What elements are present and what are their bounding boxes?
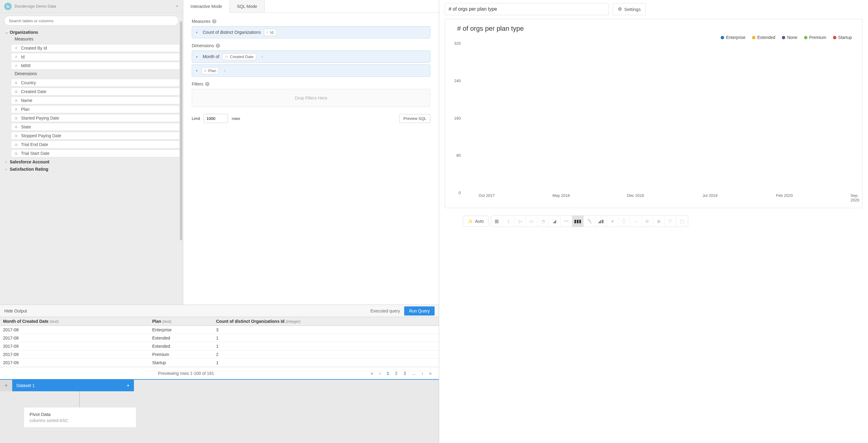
- field-created-by-id[interactable]: #Created By Id: [11, 44, 180, 52]
- pager-button[interactable]: ›: [419, 370, 426, 377]
- legend-swatch: [782, 36, 785, 39]
- pivot-subtitle: columns sorted ASC: [30, 418, 130, 423]
- field-chip[interactable]: #Id: [264, 29, 276, 36]
- field-stopped-paying-date[interactable]: ◷Stopped Paying Date: [11, 132, 180, 140]
- table-salesforce-account[interactable]: ›Salesforce Account: [4, 158, 180, 165]
- mode-tabs: Interactive Mode SQL Mode: [183, 0, 439, 13]
- col-header[interactable]: Count of distinct Organizations Id (inte…: [213, 317, 439, 326]
- y-axis: 320240160800: [448, 41, 463, 202]
- pill-menu-icon[interactable]: ▾: [193, 31, 200, 34]
- type-icon: ◷: [14, 90, 19, 94]
- field-id[interactable]: #Id: [11, 53, 180, 61]
- viz-filter-icon[interactable]: ▽: [665, 216, 676, 227]
- viz-combo-icon[interactable]: ◢▮: [595, 216, 607, 227]
- datasource-select[interactable]: fp Dundersign Demo Data ▼: [0, 0, 183, 13]
- chart-card: # of orgs per plan type EnterpriseExtend…: [445, 19, 863, 208]
- type-icon: ◷: [14, 143, 19, 147]
- viz-single-value-icon[interactable]: 1: [503, 216, 514, 227]
- viz-globe-icon[interactable]: ⊕: [642, 216, 653, 227]
- field-state[interactable]: AState: [11, 123, 180, 131]
- settings-button[interactable]: ⚙ Settings: [613, 3, 646, 15]
- query-pill[interactable]: ▾Month of◷Created Date↑: [192, 51, 430, 63]
- col-header[interactable]: Plan (text): [149, 317, 213, 326]
- pager-button[interactable]: »: [426, 370, 435, 377]
- hide-output-link[interactable]: Hide Output: [4, 309, 27, 313]
- table-row[interactable]: 2017-09Extended1: [0, 342, 439, 350]
- wand-icon: ✨: [467, 219, 473, 224]
- help-icon[interactable]: ?: [205, 82, 209, 86]
- type-icon: A: [14, 99, 19, 102]
- tab-sql[interactable]: SQL Mode: [230, 0, 265, 12]
- viz-table-icon[interactable]: ▦: [491, 216, 503, 227]
- pager-button[interactable]: «: [368, 370, 376, 377]
- pivot-title: Pivot Data: [30, 412, 130, 417]
- table-row[interactable]: 2017-08Enterprise3: [0, 326, 439, 334]
- viz-bubble-icon[interactable]: ○: [630, 216, 642, 227]
- viz-progress-icon[interactable]: ▭: [526, 216, 537, 227]
- table-row[interactable]: 2017-09Startup1: [0, 359, 439, 367]
- help-icon[interactable]: ?: [216, 43, 220, 48]
- sidebar-scrollbar[interactable]: [180, 21, 182, 240]
- viz-bar-icon[interactable]: ▮▮▮: [572, 216, 584, 227]
- viz-card-icon[interactable]: ▢: [676, 216, 688, 227]
- type-icon: ◷: [14, 152, 19, 156]
- filters-dropzone[interactable]: Drop Filters Here: [192, 89, 430, 107]
- viz-funnel-icon[interactable]: ▼: [607, 216, 618, 227]
- viz-pie-icon[interactable]: ◔: [537, 216, 549, 227]
- filters-label: Filters?: [192, 82, 430, 86]
- table-organizations[interactable]: ⌄Organizations: [4, 29, 180, 36]
- pager-button[interactable]: ...: [409, 370, 419, 377]
- field-chip[interactable]: ◷Created Date: [222, 53, 256, 60]
- viz-area-icon[interactable]: ◢: [549, 216, 561, 227]
- auto-viz-button[interactable]: ✨ Auto: [463, 216, 489, 227]
- pager-button[interactable]: 3: [401, 370, 409, 377]
- preview-sql-button[interactable]: Preview SQL: [399, 114, 430, 123]
- query-pill[interactable]: ▾Count of distinct Organizations#Id: [192, 26, 430, 38]
- query-pill[interactable]: ▾APlan↑: [192, 64, 430, 77]
- viz-scatter-icon[interactable]: ⁛: [618, 216, 630, 227]
- field-name[interactable]: AName: [11, 96, 180, 104]
- pager-button[interactable]: 2: [392, 370, 401, 377]
- measures-label: Measures?: [192, 19, 430, 24]
- chevron-icon: ⌄: [5, 31, 10, 34]
- search-input[interactable]: [4, 16, 179, 26]
- field-chip[interactable]: APlan: [202, 67, 219, 74]
- field-created-date[interactable]: ◷Created Date: [11, 88, 180, 96]
- table-row[interactable]: 2017-09Premium2: [0, 350, 439, 359]
- datasource-name: Dundersign Demo Data: [14, 4, 56, 8]
- tab-interactive[interactable]: Interactive Mode: [183, 0, 230, 13]
- chevron-down-icon: ▼: [176, 5, 179, 8]
- viz-map-icon[interactable]: ◉: [653, 216, 665, 227]
- schema-sidebar: fp Dundersign Demo Data ▼ ⌄Organizations…: [0, 0, 183, 305]
- pill-menu-icon[interactable]: ▾: [193, 55, 200, 58]
- dataset-tab[interactable]: Dataset 1 ▼: [12, 380, 134, 391]
- sort-asc-icon[interactable]: ↑: [224, 68, 226, 73]
- pivot-node[interactable]: Pivot Data columns sorted ASC: [24, 407, 136, 428]
- col-header[interactable]: Month of Created Date (text): [0, 317, 149, 326]
- limit-label: Limit: [192, 116, 200, 121]
- pill-menu-icon[interactable]: ▾: [193, 69, 200, 72]
- field-country[interactable]: ACountry: [11, 79, 180, 87]
- type-icon: #: [267, 30, 269, 34]
- field-mrr[interactable]: #MRR: [11, 62, 180, 70]
- pager-button[interactable]: ‹: [376, 370, 384, 377]
- field-trial-end-date[interactable]: ◷Trial End Date: [11, 140, 180, 149]
- sort-asc-icon[interactable]: ↑: [261, 55, 263, 59]
- chart-title-input[interactable]: [445, 3, 609, 15]
- field-plan[interactable]: APlan: [11, 105, 180, 113]
- viz-line-icon[interactable]: 〰: [561, 216, 572, 227]
- help-icon[interactable]: ?: [212, 19, 216, 24]
- viz-stacked-area-icon[interactable]: 〽: [584, 216, 595, 227]
- viz-single-trend-icon[interactable]: 1▪: [514, 216, 526, 227]
- limit-input[interactable]: [204, 114, 228, 123]
- viz-type-group: ▦ 1 1▪ ▭ ◔ ◢ 〰 ▮▮▮ 〽 ◢▮ ▼ ⁛ ○ ⊕ ◉ ▽ ▢: [491, 215, 688, 227]
- field-trial-start-date[interactable]: ◷Trial Start Date: [11, 149, 180, 157]
- type-icon: A: [14, 125, 19, 129]
- table-satisfaction-rating[interactable]: ›Satisfaction Rating: [4, 165, 180, 173]
- add-dataset-button[interactable]: +: [0, 380, 12, 391]
- field-started-paying-date[interactable]: ◷Started Paying Date: [11, 114, 180, 122]
- pager-button[interactable]: 1: [383, 370, 392, 377]
- chart-title: # of orgs per plan type: [448, 25, 855, 33]
- run-query-button[interactable]: Run Query: [404, 306, 435, 316]
- table-row[interactable]: 2017-08Extended1: [0, 334, 439, 342]
